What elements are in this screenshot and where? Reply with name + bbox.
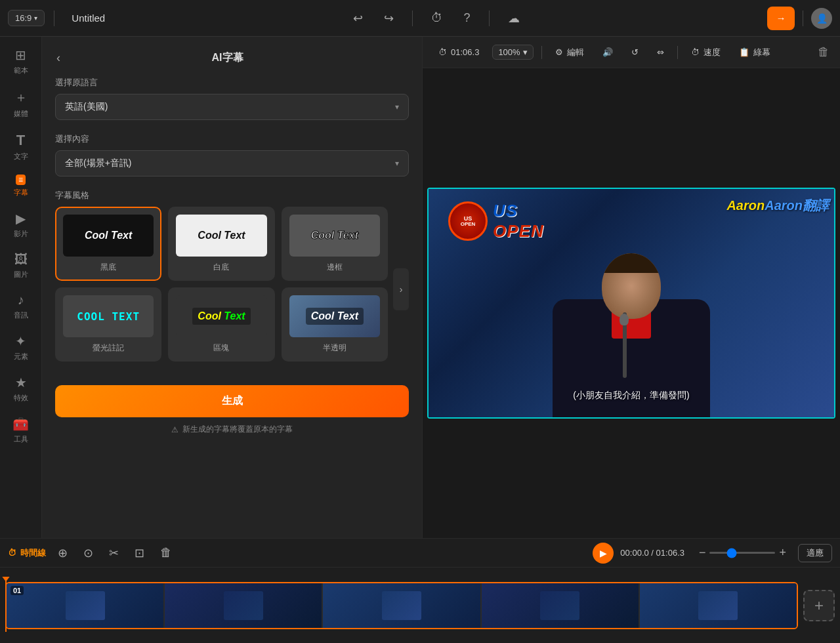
export-button[interactable]: →: [767, 7, 795, 30]
undo-button[interactable]: ↩: [348, 9, 368, 28]
zoom-value: 100%: [498, 47, 520, 57]
delete-clip-button[interactable]: 🗑: [156, 543, 176, 562]
tools-icon: 🧰: [12, 416, 29, 432]
style-preview-black-bg: Cool Text: [63, 215, 154, 257]
warning-icon: ⚠: [171, 425, 178, 434]
timeline-track[interactable]: 01: [5, 582, 798, 629]
volume-button[interactable]: 🔊: [597, 45, 618, 60]
sidebar-item-audio[interactable]: ♪ 音訊: [4, 287, 38, 325]
clock-icon: ⏱: [438, 47, 447, 57]
content-dropdown[interactable]: 全部(場景+音訊) ▾: [55, 150, 409, 176]
style-label-white-bg: 白底: [213, 262, 229, 273]
style-card-highlight[interactable]: COOL TEXT 螢光註記: [55, 287, 161, 362]
sidebar-label-video: 影片: [14, 229, 28, 239]
project-title: Untitled: [72, 12, 105, 24]
aspect-ratio-value: 16:9: [15, 13, 32, 23]
flip-button[interactable]: ⇔: [652, 45, 669, 60]
timeline-track-area: 01: [5, 579, 798, 632]
style-card-black-bg[interactable]: Cool Text 黑底: [55, 207, 161, 281]
play-button[interactable]: ▶: [593, 543, 614, 564]
apply-button[interactable]: 適應: [798, 544, 832, 562]
sidebar-label-image: 圖片: [14, 270, 28, 280]
timeline-label: ⏱ 時間線: [8, 547, 46, 559]
topbar-left: 16:9 ▾ Untitled: [8, 10, 105, 26]
cloud-button[interactable]: ☁: [503, 9, 525, 28]
style-card-block[interactable]: Cool Text 區塊: [168, 287, 274, 362]
undo-icon: ↺: [631, 47, 639, 57]
main-layout: ⊞ 範本 ＋ 媒體 T 文字 ≡ 字幕 ▶ 影片 🖼 圖片 ♪ 音訊 ✦ 元素: [0, 37, 840, 538]
panel-back-button[interactable]: ‹: [55, 50, 62, 66]
volume-icon: 🔊: [602, 47, 613, 57]
split-button[interactable]: ⊙: [79, 543, 97, 563]
watermark: AaronAaron翻譯: [726, 197, 829, 215]
copy-button[interactable]: ⊡: [131, 543, 148, 563]
sidebar-label-media: 媒體: [14, 109, 28, 119]
edit-button[interactable]: ⚙ 編輯: [550, 44, 589, 61]
aspect-ratio-selector[interactable]: 16:9 ▾: [8, 10, 45, 26]
language-dropdown[interactable]: 英語(美國) ▾: [55, 94, 409, 120]
sidebar-item-tools[interactable]: 🧰 工具: [4, 411, 38, 449]
timeline-area: ⏱ 時間線 ⊕ ⊙ ✂ ⊡ 🗑 ▶ 00:00.0 / 01:06.3 − + …: [0, 538, 840, 643]
panel-header: ‹ AI字幕: [55, 50, 409, 66]
timer-button[interactable]: ⏱: [426, 9, 448, 28]
timeline-thumb-4: [482, 583, 639, 628]
timeline-thumb-2: [165, 583, 322, 628]
add-clip-button[interactable]: ⊕: [54, 543, 72, 563]
style-scroll-right-button[interactable]: ›: [393, 268, 409, 310]
chevron-down-icon: ▾: [34, 14, 37, 22]
zoom-out-button[interactable]: −: [699, 546, 706, 560]
timeline-playhead: [5, 579, 7, 632]
time-display: ⏱ 01:06.3: [433, 45, 484, 60]
video-area: ⏱ 01:06.3 100% ▾ ⚙ 編輯 🔊 ↺ ⇔ ⏱: [423, 37, 840, 538]
timeline-content: 01 +: [0, 568, 840, 643]
sidebar-item-effects[interactable]: ★ 特效: [4, 369, 38, 408]
add-media-button[interactable]: +: [803, 590, 835, 621]
sidebar-item-elements[interactable]: ✦ 元素: [4, 328, 38, 367]
captions-icon: ≡: [16, 175, 26, 185]
timeline-thumb-5: [640, 583, 797, 628]
delete-button[interactable]: 🗑: [818, 45, 830, 59]
style-label-block: 區塊: [213, 342, 229, 354]
help-button[interactable]: ?: [459, 9, 476, 28]
subtitle-text: (小朋友自我介紹，準備發問): [573, 390, 689, 402]
sidebar-item-media[interactable]: ＋ 媒體: [4, 83, 38, 124]
captions-button[interactable]: 📋 綠幕: [734, 44, 776, 61]
timeline-thumb-3: [323, 583, 480, 628]
redo-button[interactable]: ↪: [379, 9, 399, 28]
style-label-outline: 邊框: [327, 262, 343, 273]
edit-icon: ⚙: [555, 47, 563, 57]
flip-icon: ⇔: [657, 47, 664, 57]
chevron-down-icon: ▾: [395, 159, 399, 168]
zoom-in-button[interactable]: +: [779, 546, 786, 560]
sidebar-item-templates[interactable]: ⊞ 範本: [4, 42, 38, 81]
style-label: 字幕風格: [55, 190, 409, 201]
undo-button[interactable]: ↺: [626, 45, 644, 60]
style-card-semi[interactable]: Cool Text 半透明: [282, 287, 388, 362]
cut-button[interactable]: ✂: [105, 543, 123, 563]
style-card-outline[interactable]: Cool Text 邊框: [282, 207, 388, 281]
speed-icon: ⏱: [691, 47, 700, 57]
sidebar-item-text[interactable]: T 文字: [4, 127, 38, 167]
sidebar-label-audio: 音訊: [14, 310, 28, 320]
sidebar-item-captions[interactable]: ≡ 字幕: [4, 169, 38, 203]
clip-number-1: 01: [10, 586, 24, 595]
sidebar-label-text: 文字: [14, 152, 28, 161]
sidebar-label-tools: 工具: [14, 434, 28, 444]
sidebar-item-image[interactable]: 🖼 圖片: [4, 247, 38, 285]
media-icon: ＋: [14, 89, 28, 106]
speed-button[interactable]: ⏱ 速度: [686, 44, 726, 61]
captions-icon: 📋: [739, 47, 749, 57]
text-icon: T: [16, 132, 25, 149]
zoom-slider[interactable]: [709, 552, 775, 554]
sidebar-item-video[interactable]: ▶ 影片: [4, 205, 38, 244]
zoom-selector[interactable]: 100% ▾: [492, 45, 533, 60]
warning-text: ⚠ 新生成的字幕將覆蓋原本的字幕: [55, 424, 409, 448]
sidebar-label-captions: 字幕: [14, 188, 28, 197]
timeline-icon: ⏱: [8, 548, 16, 558]
mic-head: [620, 314, 629, 325]
generate-button[interactable]: 生成: [55, 385, 409, 417]
icon-sidebar: ⊞ 範本 ＋ 媒體 T 文字 ≡ 字幕 ▶ 影片 🖼 圖片 ♪ 音訊 ✦ 元素: [0, 37, 42, 538]
style-card-white-bg[interactable]: Cool Text 白底: [168, 207, 274, 281]
style-label-semi: 半透明: [323, 342, 346, 354]
video-frame: US OPEN US OPEN AaronAaron翻譯: [429, 189, 834, 417]
